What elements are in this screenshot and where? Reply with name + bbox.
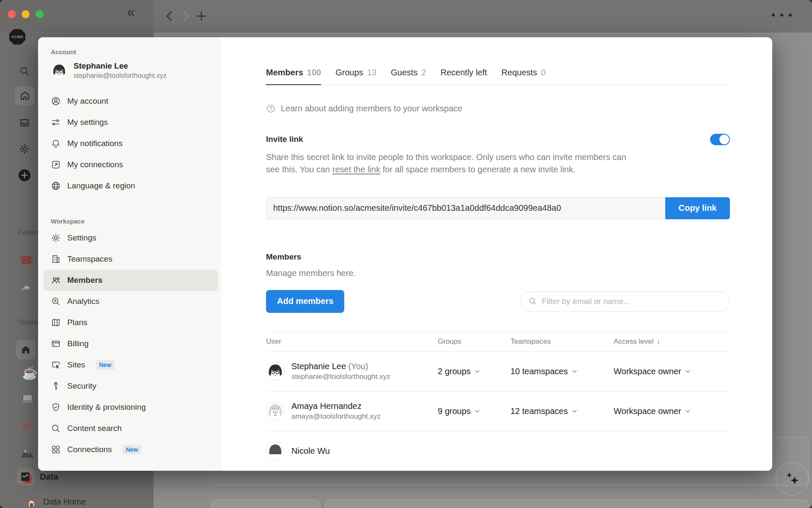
column-header-teamspaces[interactable]: Teamspaces (510, 337, 614, 346)
chevron-down-icon (475, 370, 480, 373)
forward-icon[interactable] (180, 9, 191, 25)
account-section-heading: Account (44, 48, 218, 55)
chevron-down-icon (572, 370, 577, 373)
sneaker-emoji-icon[interactable] (19, 281, 32, 293)
groups-dropdown[interactable]: 2 groups (438, 367, 510, 376)
new-badge: New (123, 445, 142, 454)
workspace-logo[interactable]: ACME (9, 29, 25, 45)
tab-groups[interactable]: Groups13 (335, 68, 376, 85)
mountain-emoji-icon[interactable] (20, 447, 35, 460)
sidebar-item-connections[interactable]: Connections New (44, 439, 218, 460)
search-icon[interactable] (19, 66, 30, 78)
invite-link-toggle[interactable] (710, 134, 730, 145)
sidebar-item-my-notifications[interactable]: My notifications (44, 133, 218, 154)
member-name: Stephanie Lee (You) (291, 362, 390, 371)
people-icon (51, 275, 61, 285)
sidebar-item-label: My connections (67, 160, 123, 169)
sidebar-item-language-region[interactable]: Language & region (44, 175, 218, 196)
teamspace-home-icon[interactable] (16, 340, 36, 359)
sidebar-item-label: My notifications (67, 139, 123, 148)
teamspaces-dropdown[interactable]: 10 teamspaces (510, 367, 614, 376)
sidebar-item-members[interactable]: Members (44, 270, 218, 291)
add-members-button[interactable]: Add members (266, 290, 344, 313)
tab-recently-left[interactable]: Recently left (441, 68, 487, 85)
sidebar-item-label: Members (67, 276, 102, 285)
gear-icon (51, 233, 61, 243)
coffee-emoji-icon[interactable]: ☕ (22, 365, 38, 380)
sidebar-item-settings[interactable]: Settings (44, 227, 218, 248)
sidebar-collapse-icon[interactable]: « (127, 3, 135, 20)
invite-url-field[interactable] (266, 197, 665, 219)
help-text: Learn about adding members to your works… (281, 104, 462, 113)
sidebar-item-my-account[interactable]: My account (44, 91, 218, 112)
column-header-access-level[interactable]: Access level↓ (614, 337, 730, 346)
tab-requests[interactable]: Requests0 (502, 68, 546, 85)
sidebar-item-teamspaces[interactable]: Teamspaces (44, 248, 218, 270)
access-level-dropdown[interactable]: Workspace owner (614, 406, 730, 416)
titlebar-right (154, 0, 812, 33)
avatar (266, 362, 285, 381)
laptop-emoji-icon[interactable] (20, 393, 35, 407)
notion-ai-button[interactable] (776, 462, 809, 495)
magnifier-icon (51, 423, 61, 433)
copy-link-button[interactable]: Copy link (665, 197, 730, 219)
home-nav-icon[interactable] (15, 86, 35, 105)
sidebar-item-label: Language & region (67, 181, 135, 190)
sidebar-item-data-home[interactable]: Data Home (25, 494, 86, 508)
profile-name: Stephanie Lee (74, 61, 167, 71)
sidebar-item-label: Connections (67, 445, 112, 454)
sidebar-item-content-search[interactable]: Content search (44, 418, 218, 439)
help-circle-icon (266, 104, 276, 113)
pencil-emoji-icon[interactable]: ✏ (22, 420, 32, 433)
access-level-dropdown[interactable]: Workspace owner (614, 367, 730, 376)
learn-about-members-link[interactable]: Learn about adding members to your works… (266, 104, 730, 113)
sidebar-item-label: Teamspaces (67, 254, 112, 264)
member-filter[interactable] (520, 291, 730, 312)
sidebar-item-identity-provisioning[interactable]: Identity & provisioning (44, 397, 218, 418)
workspace-section-heading: Workspace (44, 218, 218, 225)
zoom-window-button[interactable] (36, 10, 44, 18)
sidebar-item-label: My settings (67, 118, 108, 127)
credit-card-icon (51, 339, 61, 349)
sidebar-item-billing[interactable]: Billing (44, 333, 218, 354)
new-page-plus-icon[interactable] (18, 169, 31, 183)
column-header-groups[interactable]: Groups (438, 337, 510, 346)
key-icon (51, 381, 61, 391)
reset-link[interactable]: reset the link (332, 165, 380, 174)
new-tab-plus-icon[interactable] (195, 10, 207, 24)
phone-emoji-icon[interactable]: ☎ (19, 254, 34, 267)
app-window: « ACME Favorites ☎ Teamspaces (0, 0, 812, 508)
inbox-icon[interactable] (19, 117, 30, 130)
sort-descending-icon: ↓ (656, 337, 660, 346)
sidebar-item-label: Settings (67, 233, 96, 243)
account-profile[interactable]: Stephanie Lee stephanie@toolsforthought.… (44, 61, 218, 80)
sidebar-item-my-settings[interactable]: My settings (44, 112, 218, 133)
invite-link-title: Invite link (266, 135, 303, 144)
teamspaces-dropdown[interactable]: 12 teamspaces (510, 406, 614, 416)
table-row: Amaya Hernandez amaya@toolsforthought.xy… (266, 392, 730, 431)
sidebar-item-security[interactable]: Security (44, 375, 218, 397)
settings-gear-icon[interactable] (19, 144, 30, 156)
filter-input[interactable] (542, 297, 722, 306)
back-icon[interactable] (164, 9, 175, 25)
shield-check-icon (51, 402, 61, 412)
sidebar-item-label: Content search (67, 424, 122, 433)
more-options-icon[interactable] (772, 14, 792, 17)
sidebar-item-label: Data (40, 472, 58, 482)
sidebar-item-label: My account (67, 97, 108, 106)
settings-sidebar: Account Stephanie Lee stephanie@toolsfor… (38, 37, 221, 471)
close-window-button[interactable] (8, 10, 16, 18)
column-header-user[interactable]: User (266, 337, 438, 346)
groups-dropdown[interactable]: 9 groups (438, 406, 510, 416)
house-emoji-icon (25, 494, 37, 508)
invite-link-description: Share this secret link to invite people … (266, 151, 638, 176)
sidebar-item-sites[interactable]: Sites New (44, 354, 218, 375)
sidebar-item-analytics[interactable]: Analytics (44, 291, 218, 312)
sidebar-item-my-connections[interactable]: My connections (44, 154, 218, 175)
grid-icon (51, 444, 61, 455)
tab-guests[interactable]: Guests2 (391, 68, 426, 85)
sidebar-item-plans[interactable]: Plans (44, 312, 218, 333)
tab-members[interactable]: Members100 (266, 68, 321, 85)
sidebar-item-data[interactable]: Data (17, 468, 58, 485)
minimize-window-button[interactable] (22, 10, 30, 18)
